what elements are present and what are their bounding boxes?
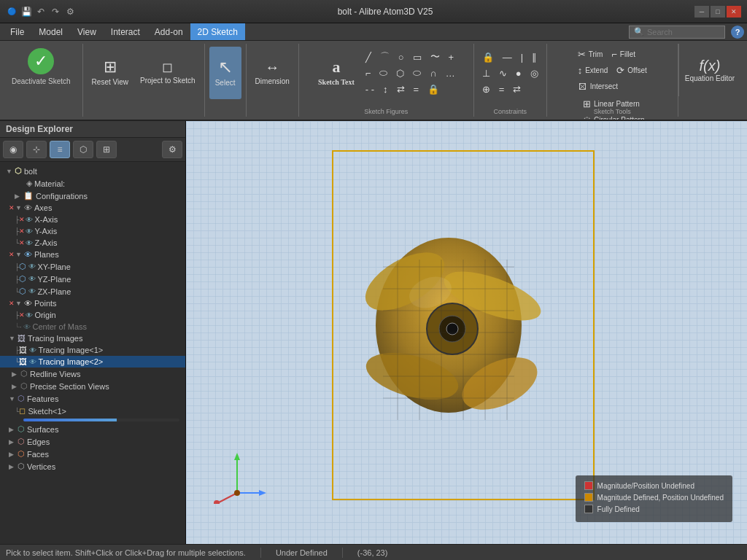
minimize-button[interactable]: ─ [694, 6, 709, 18]
ref-button[interactable]: ↕ [379, 82, 392, 96]
menu-interact[interactable]: Interact [104, 23, 147, 40]
fillet-fig-button[interactable]: ⌐ [362, 66, 375, 80]
tree-item-planes[interactable]: ✕ ▼ 👁 Planes [0, 249, 185, 260]
line-icon: ╱ [365, 52, 371, 63]
equation-editor-button[interactable]: f(x) Equation Editor [678, 44, 740, 96]
status-defined: Under Defined [276, 548, 328, 557]
tree-item-configurations[interactable]: ▶ 📋 Configurations [0, 190, 185, 202]
construct-button[interactable]: - - [362, 82, 378, 96]
sidebar-tab-settings[interactable]: ⚙ [162, 141, 182, 158]
dimension-button[interactable]: ↔ Dimension [251, 47, 294, 99]
point-button[interactable]: + [445, 50, 458, 64]
arc-button[interactable]: ⌒ [376, 50, 393, 64]
sidebar-tab-grid[interactable]: ⊞ [96, 141, 117, 158]
circle-button[interactable]: ○ [395, 50, 408, 64]
sidebar: Design Explorer ◉ ⊹ ≡ ⬡ ⊞ ⚙ ▼ ⬡ bolt ◈ M… [0, 121, 186, 544]
save-icon[interactable]: 💾 [20, 6, 32, 18]
sidebar-tab-tree[interactable]: ≡ [50, 141, 70, 158]
lock-button[interactable]: 🔒 [424, 82, 443, 96]
settings-icon-tb[interactable]: ⚙ [64, 6, 76, 18]
close-button[interactable]: ✕ [727, 6, 741, 18]
deactivate-sketch-button[interactable]: ✓ Deactivate Sketch [4, 44, 78, 90]
perp-button[interactable]: ⊥ [479, 66, 494, 80]
tree-item-tracing-2[interactable]: └ 🖼 👁 Tracing Image<2> [0, 356, 185, 368]
viewport-canvas[interactable]: Magnitude/Position Undefined Magnitude D… [186, 121, 747, 544]
more-fig-button[interactable]: … [442, 66, 459, 80]
polygon-button[interactable]: ⬡ [392, 66, 408, 80]
extend-button[interactable]: ↕ Extend [574, 63, 612, 77]
yaxis-x-mark: ✕ [19, 228, 25, 235]
tree-item-tracing-images[interactable]: ▼ 🖼 Tracing Images [0, 332, 185, 344]
tree-item-z-axis[interactable]: └ ✕ 👁 Z-Axis [0, 237, 185, 249]
midpoint-button[interactable]: ⊕ [479, 82, 494, 96]
offset-button[interactable]: ⟳ Offset [613, 63, 651, 77]
tree-item-sketch1[interactable]: └ ◻ Sketch<1> [0, 405, 185, 417]
tree-item-axes[interactable]: ✕ ▼ 👁 Axes [0, 202, 185, 214]
tree-item-vertices[interactable]: ▶ ⬡ Vertices [0, 460, 185, 472]
coinc-button[interactable]: ● [512, 66, 525, 80]
undo-icon[interactable]: ↶ [35, 6, 47, 18]
tree-item-origin[interactable]: ├ ✕ 👁 Origin [0, 309, 185, 321]
line-button[interactable]: ╱ [362, 50, 375, 64]
tree-item-surfaces[interactable]: ▶ ⬡ Surfaces [0, 423, 185, 435]
redo-icon[interactable]: ↷ [50, 6, 61, 18]
planes-icon: 👁 [24, 250, 32, 259]
parallel-button[interactable]: ∥ [528, 50, 541, 64]
horiz-button[interactable]: — [499, 50, 516, 64]
help-button[interactable]: ? [731, 26, 744, 39]
conic-button[interactable]: ∩ [426, 66, 440, 80]
sym-button[interactable]: ⇄ [393, 82, 409, 96]
ellipse-button[interactable]: ⬭ [409, 66, 425, 80]
tracing1-label: Tracing Image<1> [38, 346, 103, 354]
tree-item-faces[interactable]: ▶ ⬡ Faces [0, 448, 185, 460]
svg-marker-23 [234, 453, 240, 460]
menu-view[interactable]: View [70, 23, 104, 40]
tree-item-bolt[interactable]: ▼ ⬡ bolt [0, 165, 185, 177]
maximize-button[interactable]: □ [711, 6, 725, 18]
tree-item-zx-plane[interactable]: └ ⬡ 👁 ZX-Plane [0, 285, 185, 298]
tree-item-xy-plane[interactable]: ├ ⬡ 👁 XY-Plane [0, 260, 185, 273]
trim-button[interactable]: ✂ Trim [574, 47, 607, 61]
lock-constraint-button[interactable]: 🔒 [479, 50, 498, 64]
intersect-button[interactable]: ⛝ Intersect [574, 79, 622, 93]
tang-button[interactable]: ∿ [495, 66, 511, 80]
vert-button[interactable]: | [517, 50, 527, 64]
tree-item-center-mass[interactable]: └ · 👁 Center of Mass [0, 321, 185, 332]
tree-item-x-axis[interactable]: ├ ✕ 👁 X-Axis [0, 214, 185, 225]
tracing-arrow: ▼ [9, 335, 18, 342]
zaxis-x-mark: ✕ [19, 239, 25, 246]
fillet-button[interactable]: ⌐ Fillet [608, 47, 639, 61]
tree-item-yz-plane[interactable]: ├ ⬡ 👁 YZ-Plane [0, 273, 185, 285]
3d-object-svg [347, 209, 551, 442]
menu-2d-sketch[interactable]: 2D Sketch [190, 23, 245, 40]
sym-c-button[interactable]: ⇄ [509, 82, 525, 96]
sidebar-tab-view[interactable]: ⬡ [73, 141, 93, 158]
project-to-sketch-button[interactable]: ◻ Project to Sketch [136, 47, 200, 99]
search-input[interactable] [647, 28, 720, 36]
tree-item-edges[interactable]: ▶ ⬡ Edges [0, 435, 185, 448]
equal-button[interactable]: = [410, 82, 423, 96]
reset-view-button[interactable]: ⊞ Reset View [88, 47, 133, 99]
tree-item-points[interactable]: ✕ ▼ 👁 Points [0, 298, 185, 309]
select-button[interactable]: ↖ Select [209, 47, 241, 99]
tree-item-features[interactable]: ▼ ⬡ Features [0, 392, 185, 405]
tree-item-tracing-1[interactable]: ├ 🖼 👁 Tracing Image<1> [0, 344, 185, 356]
sidebar-tab-color[interactable]: ◉ [3, 141, 23, 158]
features-arrow: ▼ [9, 395, 18, 402]
tree-item-redline-views[interactable]: ▶ ⬡ Redline Views [0, 368, 185, 380]
spline-button[interactable]: 〜 [427, 50, 444, 64]
ribbon-section-sketch-tools: ✂ Trim ⌐ Fillet ↕ Extend ⟳ Offset [547, 44, 678, 117]
rect-button[interactable]: ▭ [409, 50, 425, 64]
sketch-text-button[interactable]: a Sketch Text [314, 47, 359, 99]
menu-addon[interactable]: Add-on [147, 23, 190, 40]
menu-model[interactable]: Model [31, 23, 70, 40]
tree-item-y-axis[interactable]: ├ ✕ 👁 Y-Axis [0, 225, 185, 237]
concent-button[interactable]: ◎ [527, 66, 542, 80]
tree-item-material[interactable]: ◈ Material: [0, 177, 185, 190]
lock-constraint-icon: 🔒 [482, 52, 494, 63]
tree-item-precise-section[interactable]: ▶ ⬡ Precise Section Views [0, 380, 185, 392]
slot-button[interactable]: ⬭ [376, 66, 391, 80]
sidebar-tab-link[interactable]: ⊹ [26, 141, 47, 158]
menu-file[interactable]: File [3, 23, 31, 40]
equal-c-button[interactable]: = [495, 82, 508, 96]
